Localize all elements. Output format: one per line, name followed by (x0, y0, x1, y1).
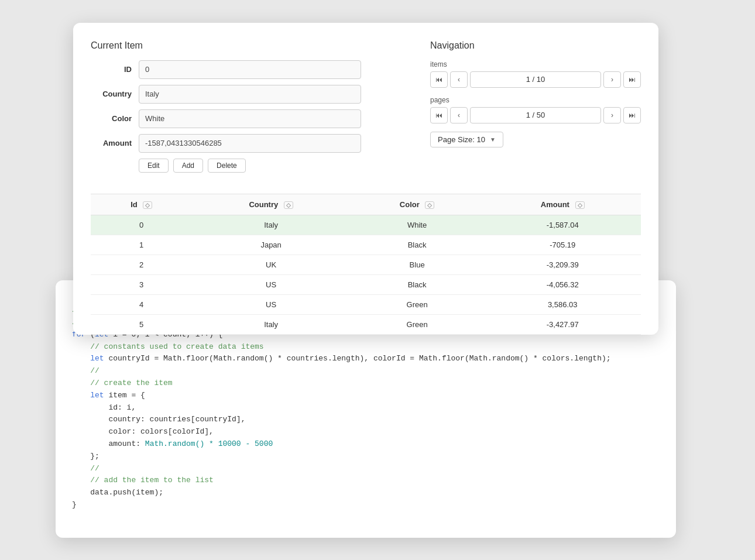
color-sort-icon[interactable]: ◇ (425, 201, 434, 209)
code-line-5: let countryId = Math.floor(Math.random()… (72, 354, 611, 363)
cell-color: Green (350, 314, 485, 334)
pages-nav-label: pages (430, 96, 641, 104)
table-row[interactable]: 5 Italy Green -3,427.97 (91, 314, 641, 334)
code-line-16: data.push(item); (72, 488, 163, 497)
cell-color: Black (350, 274, 485, 294)
items-first-button[interactable]: ⏮ (430, 71, 448, 88)
edit-button[interactable]: Edit (139, 159, 169, 173)
cell-amount: -1,587.04 (484, 215, 641, 235)
code-line-15: // add the item to the list (72, 476, 214, 485)
country-input[interactable] (139, 85, 361, 104)
code-line-8: let item = { (72, 391, 145, 400)
cell-id: 3 (91, 274, 192, 294)
current-item-title: Current Item (91, 40, 407, 51)
table-row[interactable]: 1 Japan Black -705.19 (91, 235, 641, 255)
amount-sort-icon[interactable]: ◇ (575, 201, 585, 209)
cell-country: Italy (192, 314, 349, 334)
col-header-country: Country ◇ (192, 194, 349, 215)
cell-country: US (192, 294, 349, 314)
country-sort-icon[interactable]: ◇ (284, 201, 293, 209)
cell-amount: -3,427.97 (484, 314, 641, 334)
pages-nav-controls: ⏮ ‹ 1 / 50 › ⏭ (430, 107, 641, 123)
cell-amount: -3,209.39 (484, 255, 641, 274)
cell-country: UK (192, 255, 349, 274)
items-page-display: 1 / 10 (470, 71, 601, 88)
country-row: Country (91, 85, 407, 104)
pages-nav-row: pages ⏮ ‹ 1 / 50 › ⏭ (430, 96, 641, 123)
code-line-9: id: i, (72, 403, 136, 412)
amount-row: Amount (91, 134, 407, 153)
cell-id: 5 (91, 314, 192, 334)
cell-color: Black (350, 235, 485, 255)
cell-country: Japan (192, 235, 349, 255)
cell-id: 0 (91, 215, 192, 235)
code-line-7: // create the item (72, 379, 173, 387)
col-header-color: Color ◇ (350, 194, 485, 215)
code-line-4: // constants used to create data items (72, 342, 264, 351)
current-item-section: Current Item ID Country Color Amount (91, 40, 407, 182)
delete-button[interactable]: Delete (208, 159, 246, 173)
data-panel: Current Item ID Country Color Amount (73, 23, 658, 335)
table-row[interactable]: 3 US Black -4,056.32 (91, 274, 641, 294)
pages-prev-button[interactable]: ‹ (450, 107, 468, 123)
items-last-button[interactable]: ⏭ (623, 71, 641, 88)
table-header-row: Id ◇ Country ◇ Color ◇ Amount ◇ (91, 194, 641, 215)
cell-amount: -705.19 (484, 235, 641, 255)
page-size-button[interactable]: Page Size: 10 ▼ (430, 132, 503, 147)
dropdown-arrow-icon: ▼ (490, 136, 496, 143)
panel-sections: Current Item ID Country Color Amount (91, 40, 641, 182)
amount-label: Amount (91, 139, 132, 147)
code-line-13: }; (72, 452, 99, 461)
code-line-11: color: colors[colorId], (72, 427, 214, 436)
table-row[interactable]: 0 Italy White -1,587.04 (91, 215, 641, 235)
id-label: ID (91, 65, 132, 74)
id-input[interactable] (139, 60, 361, 79)
cell-color: White (350, 215, 485, 235)
code-line-10: country: countries[countryId], (72, 415, 245, 424)
add-button[interactable]: Add (173, 159, 203, 173)
form-buttons: Edit Add Delete (91, 159, 407, 173)
id-sort-icon[interactable]: ◇ (143, 201, 152, 209)
page-size-row: Page Size: 10 ▼ (430, 132, 641, 147)
page-size-label: Page Size: 10 (438, 135, 485, 144)
table-row[interactable]: 2 UK Blue -3,209.39 (91, 255, 641, 274)
color-row: Color (91, 109, 407, 128)
cell-amount: 3,586.03 (484, 294, 641, 314)
cell-id: 4 (91, 294, 192, 314)
code-line-14: // (72, 464, 99, 473)
items-next-button[interactable]: › (603, 71, 621, 88)
cell-country: US (192, 274, 349, 294)
cell-id: 2 (91, 255, 192, 274)
code-line-6: // (72, 366, 99, 375)
pages-next-button[interactable]: › (603, 107, 621, 123)
items-nav-label: items (430, 60, 641, 68)
items-nav-row: items ⏮ ‹ 1 / 10 › ⏭ (430, 60, 641, 88)
cell-color: Green (350, 294, 485, 314)
navigation-title: Navigation (430, 40, 641, 51)
cell-amount: -4,056.32 (484, 274, 641, 294)
items-nav-controls: ⏮ ‹ 1 / 10 › ⏭ (430, 71, 641, 88)
table-row[interactable]: 4 US Green 3,586.03 (91, 294, 641, 314)
cell-color: Blue (350, 255, 485, 274)
cell-id: 1 (91, 235, 192, 255)
color-label: Color (91, 114, 132, 123)
color-input[interactable] (139, 109, 361, 128)
items-prev-button[interactable]: ‹ (450, 71, 468, 88)
cell-country: Italy (192, 215, 349, 235)
code-line-17: } (72, 500, 77, 509)
country-label: Country (91, 90, 132, 98)
code-line-12: amount: Math.random() * 10000 - 5000 (72, 439, 273, 448)
col-header-amount: Amount ◇ (484, 194, 641, 215)
pages-last-button[interactable]: ⏭ (623, 107, 641, 123)
pages-first-button[interactable]: ⏮ (430, 107, 448, 123)
screen-container: // // add count items for (let i = 0; i … (56, 23, 699, 538)
pages-page-display: 1 / 50 (470, 107, 601, 123)
navigation-section: Navigation items ⏮ ‹ 1 / 10 › ⏭ pages ⏮ (430, 40, 641, 182)
data-table: Id ◇ Country ◇ Color ◇ Amount ◇ 0 Italy … (91, 194, 641, 335)
id-row: ID (91, 60, 407, 79)
col-header-id: Id ◇ (91, 194, 192, 215)
amount-input[interactable] (139, 134, 361, 153)
